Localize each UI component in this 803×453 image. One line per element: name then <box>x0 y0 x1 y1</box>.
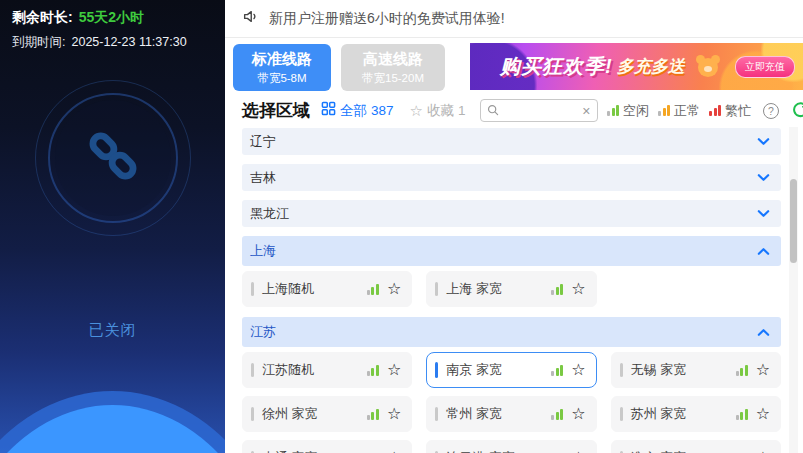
main-panel: 新用户注册赠送6小时的免费试用体验! 标准线路 带宽5-8M 高速线路 带宽15… <box>225 0 803 453</box>
node-card[interactable]: 上海随机 ☆ <box>242 271 412 307</box>
chevron-up-icon <box>756 244 771 259</box>
favorite-star-icon[interactable]: ☆ <box>387 281 401 297</box>
announcement-text: 新用户注册赠送6小时的免费试用体验! <box>269 10 505 28</box>
node-icons: ☆ <box>367 362 401 378</box>
node-label: 连云港 家宽 <box>446 449 515 453</box>
node-card[interactable]: 淮安 家宽 ☆ <box>611 440 781 453</box>
favorite-star-icon[interactable]: ☆ <box>387 406 401 422</box>
signal-bars-icon <box>736 365 748 376</box>
province-list: 辽宁 吉林 黑龙江 <box>242 128 781 453</box>
node-icons: ☆ <box>367 406 401 422</box>
expire-time-value: 2025-12-23 11:37:30 <box>71 35 186 49</box>
province-header[interactable]: 江苏 <box>242 317 781 347</box>
signal-bars-icon <box>736 409 748 420</box>
node-card[interactable]: 连云港 家宽 ☆ <box>426 440 596 453</box>
signal-bars-icon <box>551 409 563 420</box>
node-grid: 江苏随机 ☆ 南京 家宽 ☆ 无锡 家宽 ☆ 徐州 家宽 ☆ 常州 家宽 ☆ <box>242 352 781 453</box>
favorite-star-icon[interactable]: ☆ <box>756 406 770 422</box>
remaining-time-row: 剩余时长: 55天2小时 <box>12 9 213 27</box>
province-header[interactable]: 上海 <box>242 236 781 266</box>
standard-line-name: 标准线路 <box>252 50 312 69</box>
favorite-star-icon[interactable]: ☆ <box>571 281 585 297</box>
favorite-star-icon[interactable]: ☆ <box>387 362 401 378</box>
node-label: 淮安 家宽 <box>631 449 687 453</box>
broken-link-icon <box>82 125 144 191</box>
province-name: 吉林 <box>250 169 276 187</box>
promo-banner[interactable]: 购买狂欢季! 多充多送 立即充值 <box>470 43 803 90</box>
chevron-down-icon <box>756 170 771 185</box>
legend-normal: 正常 <box>658 102 700 120</box>
province-name: 黑龙江 <box>250 205 289 223</box>
toolbar: 标准线路 带宽5-8M 高速线路 带宽15-20M 购买狂欢季! 多充多送 立即… <box>225 38 803 96</box>
scrollbar-thumb[interactable] <box>790 179 797 263</box>
chevron-down-icon <box>756 206 771 221</box>
status-legend: 空闲 正常 繁忙 ? <box>607 102 779 120</box>
standard-line-bandwidth: 带宽5-8M <box>257 71 306 86</box>
highspeed-line-button[interactable]: 高速线路 带宽15-20M <box>341 44 445 91</box>
node-card[interactable]: 江苏随机 ☆ <box>242 352 412 388</box>
highspeed-line-bandwidth: 带宽15-20M <box>362 71 424 86</box>
node-accent-bar <box>435 407 438 421</box>
connect-toggle-button[interactable] <box>55 100 171 216</box>
favorite-star-icon[interactable]: ☆ <box>756 362 770 378</box>
node-label: 徐州 家宽 <box>262 405 318 423</box>
node-label: 上海随机 <box>262 280 314 298</box>
standard-line-button[interactable]: 标准线路 带宽5-8M <box>233 44 331 91</box>
legend-busy-label: 繁忙 <box>725 102 751 120</box>
province-header[interactable]: 黑龙江 <box>242 200 781 227</box>
promo-banner-title: 购买狂欢季! <box>500 53 613 80</box>
favorite-star-icon[interactable]: ☆ <box>571 362 585 378</box>
signal-bars-icon <box>658 105 670 116</box>
province-header[interactable]: 吉林 <box>242 164 781 191</box>
node-card[interactable]: 南通 家宽 ☆ <box>242 440 412 453</box>
node-card[interactable]: 上海 家宽 ☆ <box>426 271 596 307</box>
filter-all-count: 387 <box>371 103 394 118</box>
province-name: 上海 <box>250 242 276 260</box>
node-accent-bar <box>620 363 623 377</box>
filter-all[interactable]: 全部 387 <box>321 101 394 120</box>
legend-busy: 繁忙 <box>709 102 751 120</box>
province-name: 江苏 <box>250 323 276 341</box>
scrollbar-track[interactable] <box>789 127 798 453</box>
node-label: 江苏随机 <box>262 361 314 379</box>
node-icons: ☆ <box>736 406 770 422</box>
signal-bars-icon <box>551 365 563 376</box>
node-icons: ☆ <box>551 406 585 422</box>
node-icons: ☆ <box>367 281 401 297</box>
legend-idle: 空闲 <box>607 102 649 120</box>
node-accent-bar <box>620 407 623 421</box>
announcement-bar: 新用户注册赠送6小时的免费试用体验! <box>225 0 803 38</box>
bear-icon <box>695 55 721 79</box>
province-name: 辽宁 <box>250 133 276 151</box>
node-card[interactable]: 常州 家宽 ☆ <box>426 396 596 432</box>
region-filter-bar: 选择区域 全部 387 ☆ 收藏 1 <box>225 96 803 125</box>
remaining-time-label: 剩余时长: <box>12 9 73 27</box>
help-icon[interactable]: ? <box>763 103 779 119</box>
filter-favorites[interactable]: ☆ 收藏 1 <box>410 102 466 120</box>
node-card[interactable]: 徐州 家宽 ☆ <box>242 396 412 432</box>
recharge-button[interactable]: 立即充值 <box>735 56 795 78</box>
node-card[interactable]: 南京 家宽 ☆ <box>426 352 596 388</box>
node-card[interactable]: 无锡 家宽 ☆ <box>611 352 781 388</box>
refresh-icon[interactable] <box>792 101 803 122</box>
search-icon <box>487 102 499 120</box>
province-header[interactable]: 辽宁 <box>242 128 781 155</box>
signal-bars-icon <box>551 284 563 295</box>
node-card[interactable]: 苏州 家宽 ☆ <box>611 396 781 432</box>
filter-fav-count: 1 <box>458 103 466 118</box>
connection-rings <box>35 80 191 236</box>
node-label: 常州 家宽 <box>446 405 502 423</box>
node-label: 南通 家宽 <box>262 449 318 453</box>
node-icons: ☆ <box>551 281 585 297</box>
chevron-up-icon <box>756 325 771 340</box>
signal-bars-icon <box>367 284 379 295</box>
signal-bars-icon <box>367 365 379 376</box>
region-search-input[interactable] <box>503 104 579 118</box>
remaining-time-value: 55天2小时 <box>79 9 144 27</box>
node-grid: 上海随机 ☆ 上海 家宽 ☆ <box>242 271 781 307</box>
legend-idle-label: 空闲 <box>623 102 649 120</box>
favorite-star-icon[interactable]: ☆ <box>571 406 585 422</box>
expire-time-label: 到期时间: <box>12 34 65 51</box>
province-group: 吉林 <box>242 164 781 191</box>
clear-search-icon[interactable]: × <box>582 104 590 118</box>
